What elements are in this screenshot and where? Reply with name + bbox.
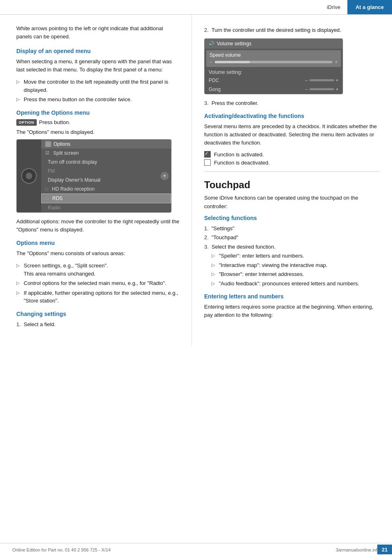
step3-item: Press the controller. [204, 99, 380, 107]
function-deactivated-row: Function is deactivated. [204, 159, 380, 166]
changing-settings-steps: Select a field. [16, 320, 179, 329]
vol-slider-row: − + [209, 59, 338, 65]
sub-bullet-item: "Audio feedback": pronounces entered let… [212, 280, 380, 288]
vol-slider-fill [215, 61, 250, 63]
vol-speed-volume: Speed volume − + [206, 50, 341, 67]
divider [204, 171, 380, 172]
checkbox-checked-icon [204, 151, 211, 158]
idrive-label: iDrive [327, 4, 340, 10]
vol-gong-row: Gong − + [205, 85, 343, 94]
step3-list: Press the controller. [204, 99, 380, 107]
at-glance-tab: At a glance [347, 0, 392, 14]
vol-setting-label: Volume setting: [205, 69, 343, 76]
entering-letters-title: Entering letters and numbers [204, 293, 380, 300]
checkbox-unchecked-icon [204, 159, 211, 166]
menu-item-turn-off: Turn off control display [41, 158, 171, 167]
step2-list: Turn the controller until the desired se… [204, 26, 380, 34]
vol-gong-track [310, 88, 334, 90]
activating-title: Activating/deactivating the functions [204, 113, 380, 119]
options-menu-screenshot: Options Split screen Turn off control di… [16, 139, 172, 213]
options-menu-title: Options menu [16, 240, 179, 246]
vol-pdc-label: PDC [209, 78, 219, 83]
display-opened-menu-title: Display of an opened menu [16, 48, 179, 54]
page-number: 21 [377, 545, 392, 554]
activating-body: Several menu items are preceded by a che… [204, 122, 380, 147]
function-activated-row: Function is activated. [204, 151, 380, 158]
sub-bullet-item: "Speller": enter letters and numbers. [212, 252, 380, 260]
function-activated-text: Function is activated. [214, 151, 264, 158]
selecting-functions-title: Selecting functions [204, 215, 380, 221]
intro-text: White arrows pointing to the left or rig… [16, 24, 179, 40]
options-menu-section: Options menu The "Options" menu consists… [16, 240, 179, 305]
menu-display-text: The "Options" menu is displayed. [16, 129, 179, 135]
page-header: iDrive At a glance [0, 0, 392, 15]
step-3: Select the desired function. "Speller": … [204, 243, 380, 288]
menu-item-fm: FM [41, 167, 171, 176]
opening-options-section: Opening the Options menu OPTION Press bu… [16, 109, 179, 234]
display-opened-menu-bullets: Move the controller to the left repeated… [16, 78, 179, 104]
vol-gong-label: Gong [209, 87, 220, 92]
opening-options-title: Opening the Options menu [16, 109, 179, 116]
vol-gong-controls: − + [305, 87, 339, 92]
menu-title-bar: Options [41, 140, 171, 149]
press-text: Press button. [39, 119, 71, 125]
option-button-img: OPTION [16, 119, 37, 126]
vol-title-bar: 🔊 Volume settings [205, 39, 343, 49]
menu-icon [45, 141, 51, 147]
additional-options-text: Additional options: move the controller … [16, 218, 179, 234]
bullet-item: Control options for the selected main me… [16, 279, 179, 287]
right-column: Turn the controller until the desired se… [192, 15, 392, 346]
menu-right-btn: + [160, 172, 169, 180]
menu-title-text: Options [53, 141, 70, 147]
selecting-functions-section: Selecting functions "Settings" "Touchpad… [204, 215, 380, 288]
step-2: "Touchpad" [204, 234, 380, 242]
page-content: White arrows pointing to the left or rig… [0, 15, 392, 346]
display-opened-menu-body: When selecting a menu, it generally open… [16, 58, 179, 74]
menu-item-rds: RDS [41, 193, 171, 203]
menu-item-radio: Radio [41, 203, 171, 212]
vol-pdc-track [310, 79, 334, 81]
vol-slider-track [215, 61, 332, 63]
sub-bullet-item: "Browser": enter Internet addresses. [212, 270, 380, 278]
menu-content: Options Split screen Turn off control di… [41, 140, 171, 212]
vol-pdc-controls: − + [305, 78, 339, 83]
vol-pdc-row: PDC − + [205, 76, 343, 85]
touchpad-section: Touchpad Some iDrive functions can be op… [204, 171, 380, 319]
vol-minus-icon: − [209, 59, 212, 65]
page-footer: Online Edition for Part no. 01 40 2 956 … [0, 543, 392, 556]
function-deactivated-text: Function is deactivated. [214, 160, 270, 166]
changing-settings-title: Changing settings [16, 311, 179, 317]
menu-screenshot-inner: Options Split screen Turn off control di… [17, 140, 171, 212]
options-menu-bullets: Screen settings, e.g., "Split screen".Th… [16, 262, 179, 305]
volume-screenshot: 🔊 Volume settings Speed volume − + Volum… [204, 38, 343, 94]
bullet-item: Screen settings, e.g., "Split screen".Th… [16, 262, 179, 278]
step-1: "Settings" [204, 225, 380, 233]
display-opened-menu-section: Display of an opened menu When selecting… [16, 48, 179, 104]
vol-speed-volume-label: Speed volume [209, 52, 338, 58]
selecting-sub-bullets: "Speller": enter letters and numbers. "I… [212, 252, 380, 287]
sub-bullet-item: "Interactive map": viewing the interacti… [212, 261, 380, 269]
activating-section: Activating/deactivating the functions Se… [204, 113, 380, 166]
menu-item-split-screen: Split screen [41, 149, 171, 158]
at-glance-label: At a glance [356, 4, 384, 10]
menu-item-hd-radio: HD Radio reception [41, 185, 171, 193]
bullet-item: Press the menu button on the controller … [16, 96, 179, 104]
vol-title-text: Volume settings [217, 41, 252, 47]
step2-item: Turn the controller until the desired se… [204, 26, 380, 34]
menu-item-owners-manual: Display Owner's Manual [41, 176, 171, 185]
bullet-item: If applicable, further operating options… [16, 289, 179, 305]
vol-plus-icon: + [335, 59, 338, 65]
options-menu-body: The "Options" menu consists of various a… [16, 249, 179, 258]
touchpad-intro: Some iDrive functions can be operated us… [204, 194, 380, 210]
controller-circle [21, 168, 37, 184]
menu-left-controls [17, 140, 41, 212]
left-column: White arrows pointing to the left or rig… [0, 15, 192, 346]
press-button-line: OPTION Press button. [16, 119, 179, 126]
idrive-tab: iDrive [320, 0, 347, 14]
step-item: Select a field. [16, 320, 179, 329]
changing-settings-section: Changing settings Select a field. [16, 311, 179, 329]
bullet-item: Move the controller to the left repeated… [16, 78, 179, 94]
footer-website: 3armanualsonline.info [336, 547, 380, 552]
touchpad-title: Touchpad [204, 179, 380, 191]
footer-text: Online Edition for Part no. 01 40 2 956 … [12, 547, 111, 552]
